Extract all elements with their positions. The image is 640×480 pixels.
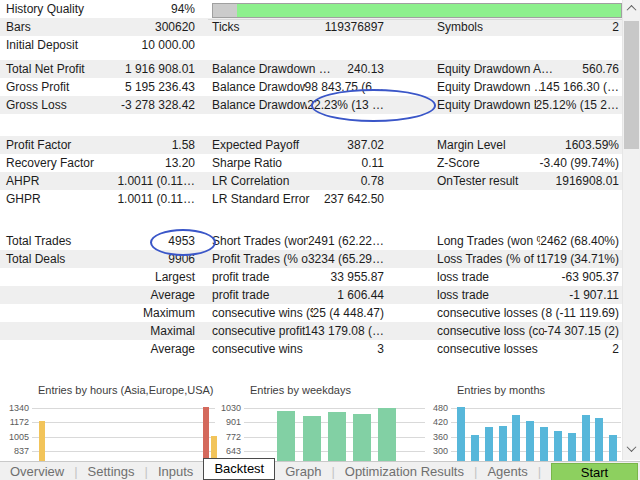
stat-pair bbox=[425, 190, 621, 208]
table-row: Gross Profit5 195 236.43Balance Drawdown… bbox=[0, 78, 622, 96]
stat-pair: consecutive losses (…8 (-11 119.69) bbox=[425, 304, 621, 322]
stat-value: -1 907.11 bbox=[569, 286, 619, 304]
stat-label: profit trade bbox=[202, 268, 331, 286]
stat-label: loss trade bbox=[425, 268, 562, 286]
stat-value: 3 bbox=[377, 340, 384, 358]
chart-gridline bbox=[32, 451, 215, 452]
backtest-report-table: History Quality94%Bars300620Ticks1193768… bbox=[0, 0, 622, 358]
stat-value: -63 905.37 bbox=[562, 268, 619, 286]
chart-bar bbox=[471, 435, 479, 462]
chart-title: Entries by weekdays bbox=[250, 384, 351, 396]
stat-pair: LR Correlation0.78 bbox=[202, 172, 390, 190]
stat-pair: Total Deals9906 bbox=[0, 250, 202, 268]
stat-pair: consecutive loss (co…-74 307.15 (2) bbox=[425, 322, 621, 340]
chart-bar bbox=[277, 411, 295, 462]
stat-value: 25 (4 448.47) bbox=[313, 304, 384, 322]
stat-value: Average bbox=[151, 340, 195, 358]
chart-bar bbox=[353, 414, 371, 462]
table-row: Total Net Profit1 916 908.01Balance Draw… bbox=[0, 60, 622, 78]
tab-overview[interactable]: Overview bbox=[0, 464, 74, 479]
stat-pair: Equity Drawdown …145 166.30 (… bbox=[425, 78, 621, 96]
tab-optimization-results[interactable]: Optimization Results bbox=[335, 464, 474, 479]
y-axis-tick-label: 420 bbox=[418, 417, 448, 427]
chart-bar bbox=[512, 415, 520, 462]
stat-label: Balance Drawdown … bbox=[202, 78, 305, 96]
stat-pair: Expected Payoff387.02 bbox=[202, 136, 390, 154]
stat-value: 8 (-11 119.69) bbox=[545, 304, 619, 322]
entry-distribution-charts: Entries by hours (Asia,Europe,USA)134011… bbox=[0, 383, 622, 462]
chart-title: Entries by months bbox=[457, 384, 545, 396]
tab-settings[interactable]: Settings bbox=[78, 464, 145, 479]
table-row: Maximumconsecutive wins ($)25 (4 448.47)… bbox=[0, 304, 622, 322]
stat-pair: History Quality94% bbox=[0, 0, 202, 18]
tab-agents[interactable]: Agents bbox=[477, 464, 537, 479]
stat-label: Profit Trades (% of t… bbox=[202, 250, 308, 268]
stat-label: consecutive wins bbox=[202, 340, 377, 358]
stat-pair: Profit Trades (% of t…3234 (65.29… bbox=[202, 250, 390, 268]
stat-pair: profit trade1 606.44 bbox=[202, 286, 390, 304]
scrollbar-thumb[interactable] bbox=[624, 21, 639, 149]
stat-value: 1.0011 (0.11… bbox=[117, 172, 195, 190]
stat-label: Ticks bbox=[202, 18, 325, 36]
table-row: Total Trades4953Short Trades (won %)2491… bbox=[0, 232, 622, 250]
tab-backtest[interactable]: Backtest bbox=[203, 458, 275, 480]
y-axis-tick-label: 772 bbox=[211, 432, 241, 442]
stat-value: 1719 (34.71%) bbox=[540, 250, 619, 268]
stat-label: Total Net Profit bbox=[0, 60, 125, 78]
stat-pair bbox=[202, 36, 390, 54]
chart-bar bbox=[39, 421, 45, 462]
table-row: Profit Factor1.58Expected Payoff387.02Ma… bbox=[0, 136, 622, 154]
scrollbar-down-button[interactable] bbox=[623, 440, 640, 457]
stat-pair: Largest bbox=[0, 268, 202, 286]
chart-title: Entries by hours (Asia,Europe,USA) bbox=[38, 384, 213, 396]
stat-label: profit trade bbox=[202, 286, 337, 304]
stat-value: 22.23% (13 … bbox=[307, 96, 384, 114]
stat-pair: Symbols2 bbox=[425, 18, 621, 36]
stat-pair: Average bbox=[0, 286, 202, 304]
stat-label: Profit Factor bbox=[0, 136, 172, 154]
strategy-tester-window: History Quality94%Bars300620Ticks1193768… bbox=[0, 0, 640, 480]
stat-pair bbox=[425, 36, 621, 54]
stat-value: 1916908.01 bbox=[556, 172, 619, 190]
chart-gridline bbox=[244, 408, 425, 409]
stat-value: 4953 bbox=[168, 232, 195, 250]
stat-label: Loss Trades (% of t… bbox=[425, 250, 540, 268]
stat-pair: loss trade-1 907.11 bbox=[425, 286, 621, 304]
stat-value: 94% bbox=[171, 0, 195, 18]
stat-pair: Recovery Factor13.20 bbox=[0, 154, 202, 172]
vertical-scrollbar[interactable] bbox=[622, 0, 640, 460]
stat-pair: profit trade33 955.87 bbox=[202, 268, 390, 286]
stat-value: 1 916 908.01 bbox=[125, 60, 195, 78]
stat-pair: Gross Loss-3 278 328.42 bbox=[0, 96, 202, 114]
chart-bar bbox=[485, 427, 493, 462]
stat-label: Total Deals bbox=[0, 250, 168, 268]
stat-label: AHPR bbox=[0, 172, 117, 190]
stat-label: Equity Drawdown R… bbox=[425, 96, 536, 114]
stat-label: consecutive wins ($) bbox=[202, 304, 313, 322]
tab-inputs[interactable]: Inputs bbox=[148, 464, 203, 479]
tab-graph[interactable]: Graph bbox=[275, 464, 331, 479]
stat-pair: Loss Trades (% of t…1719 (34.71%) bbox=[425, 250, 621, 268]
stat-label: Sharpe Ratio bbox=[202, 154, 362, 172]
stat-pair: consecutive wins3 bbox=[202, 340, 390, 358]
scrollbar-up-button[interactable] bbox=[623, 0, 640, 17]
stat-label: Initial Deposit bbox=[0, 36, 142, 54]
stat-label: consecutive losses bbox=[425, 340, 612, 358]
stat-value: 240.13 bbox=[347, 60, 384, 78]
chart-bar bbox=[303, 416, 321, 462]
stat-pair: Balance Drawdown …22.23% (13 … bbox=[202, 96, 390, 114]
stat-value: 237 642.50 bbox=[324, 190, 384, 208]
stat-label: Balance Drawdown … bbox=[202, 96, 307, 114]
stat-pair: Total Net Profit1 916 908.01 bbox=[0, 60, 202, 78]
stat-pair: Bars300620 bbox=[0, 18, 202, 36]
header-separator bbox=[208, 19, 622, 20]
table-row: GHPR1.0011 (0.11…LR Standard Error237 64… bbox=[0, 190, 622, 208]
start-button[interactable]: Start bbox=[551, 463, 638, 480]
stat-value: 10 000.00 bbox=[142, 36, 195, 54]
stat-value: Maximal bbox=[150, 322, 195, 340]
table-row: Largestprofit trade33 955.87loss trade-6… bbox=[0, 268, 622, 286]
y-axis-tick-label: 1030 bbox=[211, 403, 241, 413]
stat-value: 387.02 bbox=[347, 136, 384, 154]
stat-pair: Margin Level1603.59% bbox=[425, 136, 621, 154]
stat-pair: Total Trades4953 bbox=[0, 232, 202, 250]
